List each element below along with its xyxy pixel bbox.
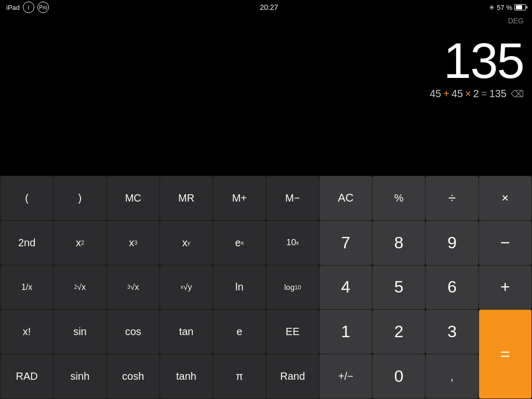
e-to-x-button[interactable]: ex bbox=[213, 221, 265, 265]
ac-button[interactable]: AC bbox=[320, 176, 372, 220]
m-minus-button[interactable]: M− bbox=[267, 176, 319, 220]
equals-button[interactable]: = bbox=[479, 310, 531, 398]
sqrt2-button[interactable]: 2√x bbox=[54, 265, 106, 310]
9-button[interactable]: 9 bbox=[425, 221, 478, 265]
rad-button[interactable]: RAD bbox=[1, 354, 53, 398]
backspace-icon[interactable]: ⌫ bbox=[511, 88, 524, 100]
battery-icon bbox=[514, 4, 526, 10]
1-button[interactable]: 1 bbox=[320, 310, 372, 354]
close-paren-button[interactable]: ) bbox=[54, 176, 106, 220]
hist-2: 2 bbox=[473, 88, 479, 100]
open-paren-button[interactable]: ( bbox=[1, 176, 53, 220]
3-button[interactable]: 3 bbox=[425, 310, 478, 354]
pro-button[interactable]: Pro bbox=[37, 2, 49, 13]
mr-button[interactable]: MR bbox=[160, 176, 212, 220]
log10-button[interactable]: log10 bbox=[267, 265, 319, 310]
hist-times: × bbox=[465, 88, 471, 100]
pi-button[interactable]: π bbox=[213, 354, 265, 398]
device-name: iPad bbox=[6, 4, 20, 11]
decimal-button[interactable]: , bbox=[425, 354, 478, 398]
0-button[interactable]: 0 bbox=[373, 354, 425, 398]
2-button[interactable]: 2 bbox=[373, 310, 425, 354]
minus-button[interactable]: − bbox=[479, 221, 531, 265]
status-right: ✳ 57 % bbox=[489, 4, 526, 11]
sqrt3-button[interactable]: 3√x bbox=[107, 265, 159, 310]
status-left: iPad i Pro bbox=[6, 2, 49, 13]
main-number: 135 bbox=[444, 36, 524, 86]
history-line: 45 + 45 × 2 = 135 ⌫ bbox=[430, 88, 524, 100]
x-cubed-button[interactable]: x3 bbox=[107, 221, 159, 265]
multiply-button[interactable]: × bbox=[479, 176, 531, 220]
e-const-button[interactable]: e bbox=[213, 310, 265, 354]
deg-label: DEG bbox=[508, 17, 524, 25]
hist-result: 135 bbox=[489, 88, 507, 100]
display-area: 135 45 + 45 × 2 = 135 ⌫ bbox=[0, 15, 532, 103]
battery-percent: 57 % bbox=[497, 4, 512, 11]
plus-minus-button[interactable]: +/− bbox=[320, 354, 372, 398]
ln-button[interactable]: ln bbox=[213, 265, 265, 310]
2nd-button[interactable]: 2nd bbox=[1, 221, 53, 265]
hist-eq: = bbox=[481, 88, 487, 100]
sinh-button[interactable]: sinh bbox=[54, 354, 106, 398]
6-button[interactable]: 6 bbox=[425, 265, 478, 310]
tan-button[interactable]: tan bbox=[160, 310, 212, 354]
ten-to-x-button[interactable]: 10x bbox=[267, 221, 319, 265]
tanh-button[interactable]: tanh bbox=[160, 354, 212, 398]
ee-button[interactable]: EE bbox=[267, 310, 319, 354]
app: iPad i Pro 20:27 ✳ 57 % DEG 135 45 + 45 … bbox=[0, 0, 532, 399]
reciprocal-button[interactable]: 1/x bbox=[1, 265, 53, 310]
percent-button[interactable]: % bbox=[373, 176, 425, 220]
sin-button[interactable]: sin bbox=[54, 310, 106, 354]
xth-root-button[interactable]: x√y bbox=[160, 265, 212, 310]
hist-plus: + bbox=[443, 88, 449, 100]
cosh-button[interactable]: cosh bbox=[107, 354, 159, 398]
hist-45a: 45 bbox=[430, 88, 441, 100]
m-plus-button[interactable]: M+ bbox=[213, 176, 265, 220]
mc-button[interactable]: MC bbox=[107, 176, 159, 220]
7-button[interactable]: 7 bbox=[320, 221, 372, 265]
factorial-button[interactable]: x! bbox=[1, 310, 53, 354]
x-to-y-button[interactable]: xy bbox=[160, 221, 212, 265]
bluetooth-icon: ✳ bbox=[489, 4, 495, 11]
plus-button[interactable]: + bbox=[479, 265, 531, 310]
info-button[interactable]: i bbox=[23, 2, 34, 13]
hist-45b: 45 bbox=[451, 88, 463, 100]
8-button[interactable]: 8 bbox=[373, 221, 425, 265]
calc-grid: ( ) MC MR M+ M− AC % ÷ × 2nd x2 x3 xy ex… bbox=[0, 176, 532, 399]
x-squared-button[interactable]: x2 bbox=[54, 221, 106, 265]
4-button[interactable]: 4 bbox=[320, 265, 372, 310]
status-time: 20:27 bbox=[260, 3, 278, 11]
cos-button[interactable]: cos bbox=[107, 310, 159, 354]
rand-button[interactable]: Rand bbox=[267, 354, 319, 398]
divide-button[interactable]: ÷ bbox=[425, 176, 478, 220]
status-bar: iPad i Pro 20:27 ✳ 57 % bbox=[0, 0, 532, 15]
5-button[interactable]: 5 bbox=[373, 265, 425, 310]
